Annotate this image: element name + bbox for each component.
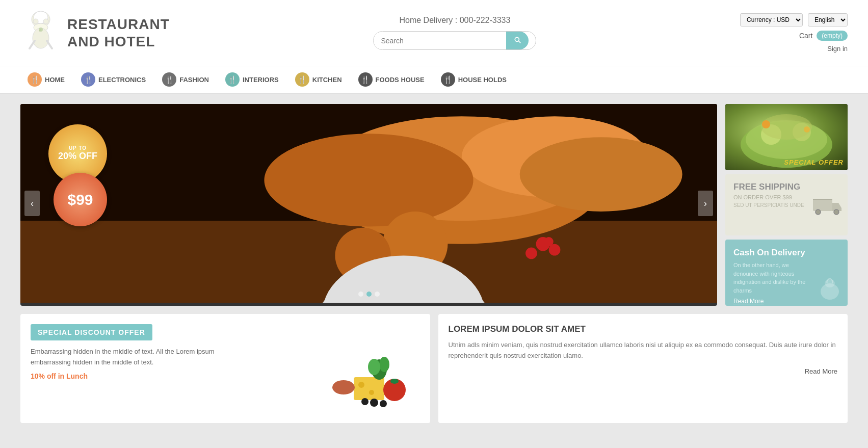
svg-point-59 (380, 400, 387, 407)
badge-percent-text: 20% OFF (58, 151, 97, 162)
svg-point-56 (379, 357, 389, 372)
bottom-grid: SPECIAL DISCOUNT OFFER Embarrassing hidd… (20, 314, 848, 423)
content-grid: UP TO 20% OFF $99 ‹ › (20, 104, 848, 306)
food-collage-image (328, 347, 420, 413)
special-offer-box: SPECIAL OFFER (725, 104, 848, 170)
svg-point-42 (762, 120, 770, 128)
nav-label-electronics: ELECTRONICS (98, 76, 146, 84)
svg-point-51 (358, 382, 364, 388)
main-content: UP TO 20% OFF $99 ‹ › (0, 94, 868, 433)
nav-item-electronics[interactable]: 🍴 ELECTRONICS (74, 66, 153, 93)
svg-point-16 (520, 137, 682, 212)
svg-point-43 (804, 126, 810, 133)
money-bag-icon (817, 272, 843, 302)
svg-point-60 (361, 398, 369, 405)
sign-in-link[interactable]: Sign in (827, 45, 848, 52)
cash-delivery-title: Cash On Delivery (733, 248, 815, 258)
lorem-card-title: LOREM IPSUM DOLOR SIT AMET (449, 324, 838, 334)
nav-label-kitchen: KITCHEN (312, 76, 342, 84)
nav-label-interiors: INTERIORS (243, 76, 279, 84)
nav-item-interiors[interactable]: 🍴 INTERIORS (218, 66, 286, 93)
cash-delivery-box: Cash On Delivery On the other hand, we d… (725, 240, 848, 306)
slider-prev-button[interactable]: ‹ (24, 191, 40, 216)
svg-rect-44 (813, 199, 832, 211)
svg-point-58 (370, 399, 378, 407)
badge-price-text: $99 (67, 191, 93, 208)
discount-card: SPECIAL DISCOUNT OFFER Embarrassing hidd… (20, 314, 430, 423)
fork-icon-home: 🍴 (28, 72, 42, 87)
header: ✓ RESTAURANT AND HOTEL Home Delivery : 0… (0, 0, 868, 66)
svg-rect-47 (813, 199, 832, 200)
nav-label-home: HOME (45, 76, 65, 84)
fork-icon-kitchen: 🍴 (295, 72, 309, 87)
fork-icon-fashion: 🍴 (162, 72, 176, 87)
cart-area: Cart (empty) (799, 31, 848, 41)
nav-label-foods-house: FOODS HOUSE (376, 76, 425, 84)
nav-label-fashion: FASHION (179, 76, 209, 84)
fork-icon-interiors: 🍴 (225, 72, 240, 87)
svg-point-57 (368, 359, 380, 375)
slider-dot-2[interactable] (366, 292, 372, 297)
search-icon (513, 36, 521, 44)
lorem-read-more-link[interactable]: Read More (449, 367, 838, 375)
svg-point-22 (544, 237, 554, 246)
nav-item-kitchen[interactable]: 🍴 KITCHEN (288, 66, 349, 93)
slider-next-button[interactable]: › (698, 191, 713, 216)
free-shipping-sub: ON ORDER OVER $99 (733, 194, 815, 200)
fork-icon-households: 🍴 (441, 72, 455, 87)
header-right: Currency : USD English Cart (empty) Sign… (740, 13, 848, 52)
navigation-bar: 🍴 HOME 🍴 ELECTRONICS 🍴 FASHION 🍴 INTERIO… (0, 66, 868, 94)
discount-badge: UP TO 20% OFF $99 (48, 124, 107, 226)
free-shipping-box: FREE SHIPPING ON ORDER OVER $99 SED UT P… (725, 174, 848, 235)
currency-select[interactable]: Currency : USD (740, 13, 803, 27)
svg-point-46 (834, 209, 839, 215)
search-bar (373, 31, 536, 50)
fork-icon-electronics: 🍴 (81, 72, 95, 87)
slider-image (20, 104, 717, 303)
svg-point-3 (43, 19, 48, 24)
discount-food-image (328, 347, 420, 413)
discount-card-header: SPECIAL DISCOUNT OFFER (31, 324, 152, 340)
svg-point-15 (264, 134, 473, 226)
cart-status-badge[interactable]: (empty) (817, 31, 848, 41)
lorem-card: LOREM IPSUM DOLOR SIT AMET Utnim adls mi… (438, 314, 848, 423)
nav-item-fashion[interactable]: 🍴 FASHION (155, 66, 216, 93)
slider-dots (358, 292, 380, 297)
svg-point-52 (369, 390, 374, 395)
top-controls: Currency : USD English (740, 13, 848, 27)
svg-line-7 (47, 41, 52, 48)
svg-point-54 (390, 379, 399, 384)
special-offer-label: SPECIAL OFFER (784, 159, 844, 166)
phone-number: Home Delivery : 000-222-3333 (399, 16, 510, 25)
right-sidebar: SPECIAL OFFER FREE SHIPPING ON ORDER OVE… (725, 104, 848, 306)
search-button[interactable] (506, 32, 529, 49)
nav-item-house-holds[interactable]: 🍴 HOUSE HOLDS (434, 66, 514, 93)
svg-point-45 (816, 209, 821, 215)
search-input[interactable] (374, 33, 506, 49)
svg-line-6 (30, 41, 35, 48)
nav-item-foods-house[interactable]: 🍴 FOODS HOUSE (351, 66, 432, 93)
svg-rect-50 (354, 377, 384, 400)
discount-highlight: 10% off in Lunch (31, 372, 245, 380)
header-center: Home Delivery : 000-222-3333 (373, 16, 536, 50)
hero-slider: UP TO 20% OFF $99 ‹ › (20, 104, 717, 306)
slider-dot-1[interactable] (358, 292, 363, 297)
nav-list: 🍴 HOME 🍴 ELECTRONICS 🍴 FASHION 🍴 INTERIO… (20, 66, 848, 93)
svg-point-49 (825, 279, 835, 287)
logo-area: ✓ RESTAURANT AND HOTEL (20, 10, 170, 56)
cash-delivery-desc: On the other hand, we denounce with righ… (733, 261, 810, 295)
slider-dot-3[interactable] (375, 292, 380, 297)
cart-label: Cart (799, 32, 812, 40)
nav-label-house-holds: HOUSE HOLDS (458, 76, 507, 84)
svg-point-61 (332, 380, 355, 394)
truck-icon (812, 193, 843, 217)
svg-point-21 (525, 248, 537, 259)
free-shipping-title: FREE SHIPPING (733, 182, 815, 192)
free-shipping-desc: SED UT PERSPICIATIS UNDE (733, 202, 815, 208)
language-select[interactable]: English (808, 13, 848, 27)
svg-text:✓: ✓ (39, 29, 41, 32)
svg-point-2 (33, 19, 38, 24)
nav-item-home[interactable]: 🍴 HOME (20, 66, 72, 93)
badge-upto-text: UP TO (69, 145, 87, 151)
logo-text: RESTAURANT AND HOTEL (67, 16, 170, 50)
